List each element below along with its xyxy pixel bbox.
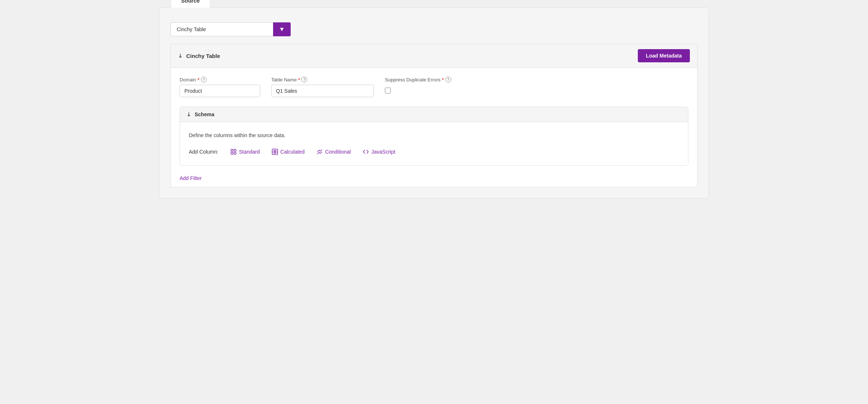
dropdown-chevron-button[interactable]: ▼	[273, 22, 291, 36]
table-name-field-group: Table Name * ?	[271, 77, 374, 97]
suppress-duplicate-errors-checkbox[interactable]	[385, 88, 391, 93]
table-name-label: Table Name * ?	[271, 77, 374, 82]
section-collapse-icon[interactable]: ⤓	[178, 53, 183, 59]
svg-rect-0	[231, 149, 233, 151]
suppress-duplicate-errors-field-group: Suppress Duplicate Errors * ?	[385, 77, 451, 93]
calculated-column-icon	[272, 148, 278, 155]
table-name-required-star: *	[298, 77, 300, 82]
section-header-left: ⤓ Cinchy Table	[178, 53, 220, 59]
schema-section: ⤓ Schema Define the columns within the s…	[180, 107, 688, 166]
schema-section-header: ⤓ Schema	[180, 107, 688, 122]
add-conditional-column-link[interactable]: Conditional	[316, 148, 351, 155]
cinchy-table-section-title: Cinchy Table	[186, 53, 220, 59]
domain-label: Domain * ?	[180, 77, 260, 82]
table-name-help-icon[interactable]: ?	[301, 77, 307, 82]
suppress-duplicate-errors-label: Suppress Duplicate Errors * ?	[385, 77, 451, 82]
domain-help-icon[interactable]: ?	[201, 77, 207, 82]
add-filter-button[interactable]: Add Filter	[171, 172, 210, 187]
fields-row: Domain * ? Table Name * ? Suppress Dupli…	[171, 68, 697, 101]
suppress-checkbox-wrapper	[385, 88, 451, 93]
domain-required-star: *	[198, 77, 199, 82]
svg-rect-2	[231, 153, 233, 154]
suppress-required-star: *	[442, 77, 444, 82]
svg-rect-3	[234, 153, 236, 154]
source-dropdown-row: Cinchy Table ▼	[170, 22, 698, 36]
add-javascript-column-link[interactable]: JavaScript	[363, 148, 395, 155]
calculated-label: Calculated	[280, 149, 305, 155]
schema-section-title: Schema	[195, 111, 214, 117]
table-name-input[interactable]	[271, 85, 374, 97]
domain-field-group: Domain * ?	[180, 77, 260, 97]
suppress-help-icon[interactable]: ?	[445, 77, 451, 82]
javascript-column-icon	[363, 148, 369, 155]
schema-collapse-icon[interactable]: ⤓	[187, 111, 191, 117]
source-tab: Source	[170, 0, 210, 8]
standard-label: Standard	[239, 149, 260, 155]
domain-input[interactable]	[180, 85, 260, 97]
chevron-down-icon: ▼	[279, 26, 285, 33]
javascript-label: JavaScript	[371, 149, 395, 155]
standard-column-icon	[230, 148, 237, 155]
add-column-label: Add Column:	[189, 149, 218, 155]
source-tab-label: Source	[181, 0, 200, 4]
conditional-column-icon	[316, 148, 323, 155]
add-standard-column-link[interactable]: Standard	[230, 148, 260, 155]
conditional-label: Conditional	[325, 149, 351, 155]
dropdown-selected-value: Cinchy Table	[177, 26, 206, 32]
add-calculated-column-link[interactable]: Calculated	[272, 148, 305, 155]
cinchy-table-section-header: ⤓ Cinchy Table Load Metadata	[171, 44, 697, 68]
svg-rect-1	[234, 149, 236, 151]
schema-description: Define the columns within the source dat…	[189, 132, 679, 138]
add-column-row: Add Column: Standard	[189, 148, 679, 155]
load-metadata-button[interactable]: Load Metadata	[638, 49, 690, 62]
schema-body: Define the columns within the source dat…	[180, 122, 688, 165]
cinchy-table-section: ⤓ Cinchy Table Load Metadata Domain * ?	[170, 44, 698, 187]
cinchy-table-dropdown-text: Cinchy Table	[170, 22, 273, 36]
main-container: Source Cinchy Table ▼ ⤓ Cinchy Table Loa…	[159, 7, 709, 199]
